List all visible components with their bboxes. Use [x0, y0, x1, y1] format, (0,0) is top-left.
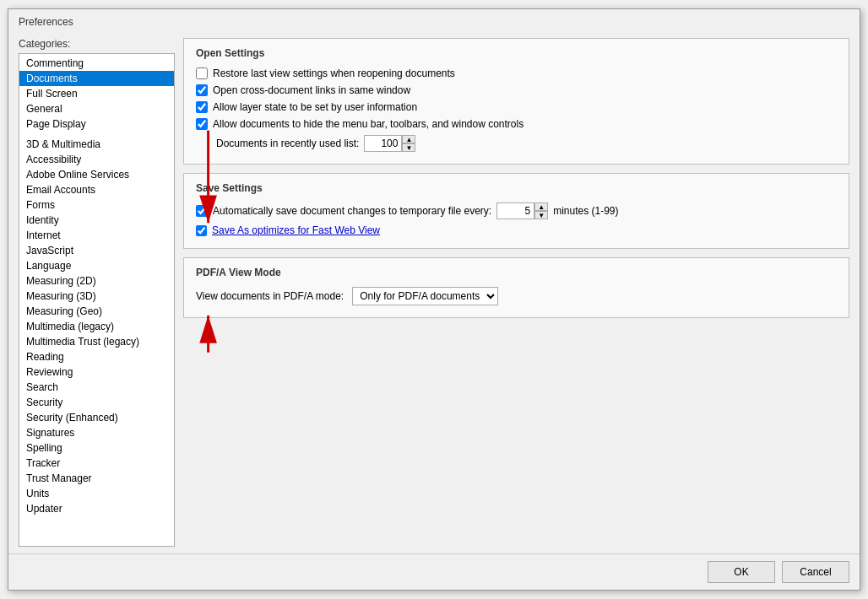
pdfa-select[interactable]: Only for PDF/A documents Always Never	[352, 287, 498, 305]
pdfa-label: View documents in PDF/A mode:	[196, 290, 344, 302]
category-item-language[interactable]: Language	[19, 258, 174, 273]
category-item-units[interactable]: Units	[19, 486, 174, 501]
save-as-checkbox[interactable]	[196, 225, 207, 236]
category-item-javascript[interactable]: JavaScript	[19, 243, 174, 258]
title-bar: Preferences	[8, 9, 860, 31]
allow-hide-menu-row: Allow documents to hide the menu bar, to…	[196, 118, 837, 130]
allow-layer-state-label: Allow layer state to be set by user info…	[213, 101, 417, 113]
allow-layer-state-checkbox[interactable]	[196, 101, 208, 113]
open-settings-title: Open Settings	[196, 47, 837, 59]
category-item-general[interactable]: General	[19, 101, 174, 116]
category-item-updater[interactable]: Updater	[19, 501, 174, 516]
right-panel-container: Open Settings Restore last view settings…	[183, 38, 849, 547]
spinner-buttons: ▲ ▼	[402, 135, 415, 152]
open-cross-doc-checkbox[interactable]	[196, 84, 208, 96]
allow-layer-state-row: Allow layer state to be set by user info…	[196, 101, 837, 113]
category-item-signatures[interactable]: Signatures	[19, 425, 174, 440]
category-item-internet[interactable]: Internet	[19, 228, 174, 243]
category-item-reviewing[interactable]: Reviewing	[19, 364, 174, 380]
category-item-email-accounts[interactable]: Email Accounts	[19, 182, 174, 197]
restore-last-view-label: Restore last view settings when reopenin…	[213, 67, 455, 79]
spinner-down-btn[interactable]: ▼	[402, 143, 415, 152]
category-item-measuring-3d[interactable]: Measuring (3D)	[19, 289, 174, 304]
category-list: CommentingDocumentsFull ScreenGeneralPag…	[19, 53, 175, 547]
spinner-up-btn[interactable]: ▲	[402, 135, 415, 143]
pdfa-title: PDF/A View Mode	[196, 267, 837, 278]
category-item-forms[interactable]: Forms	[19, 197, 174, 213]
category-item-multimedia-legacy[interactable]: Multimedia (legacy)	[19, 319, 174, 334]
auto-save-down-btn[interactable]: ▼	[534, 211, 548, 219]
recently-used-spinner: ▲ ▼	[364, 135, 415, 152]
dialog-title: Preferences	[19, 16, 73, 28]
auto-save-spinner: ▲ ▼	[496, 202, 548, 219]
category-item-multimedia-trust[interactable]: Multimedia Trust (legacy)	[19, 334, 174, 349]
category-item-reading[interactable]: Reading	[19, 349, 174, 364]
allow-hide-menu-checkbox[interactable]	[196, 118, 208, 130]
cancel-button[interactable]: Cancel	[782, 561, 849, 583]
pdfa-section: PDF/A View Mode View documents in PDF/A …	[183, 257, 849, 318]
open-cross-doc-label: Open cross-document links in same window	[213, 84, 410, 96]
preferences-dialog: Preferences Categories: CommentingDocume…	[8, 8, 860, 591]
dialog-footer: OK Cancel	[8, 553, 860, 590]
recently-used-input[interactable]	[364, 135, 402, 152]
minutes-label: minutes (1-99)	[553, 205, 618, 217]
auto-save-checkbox[interactable]	[196, 205, 208, 217]
dialog-body: Categories: CommentingDocumentsFull Scre…	[8, 31, 860, 553]
category-item-accessibility[interactable]: Accessibility	[19, 152, 174, 167]
category-item-tracker[interactable]: Tracker	[19, 456, 174, 471]
auto-save-spinner-buttons: ▲ ▼	[534, 202, 548, 219]
category-item-spelling[interactable]: Spelling	[19, 440, 174, 456]
restore-last-view-checkbox[interactable]	[196, 67, 208, 79]
save-as-label[interactable]: Save As optimizes for Fast Web View	[212, 224, 380, 236]
category-item-security-enhanced[interactable]: Security (Enhanced)	[19, 410, 174, 425]
open-cross-doc-row: Open cross-document links in same window	[196, 84, 837, 96]
auto-save-input[interactable]	[496, 202, 534, 219]
auto-save-up-btn[interactable]: ▲	[534, 202, 548, 211]
pdfa-row: View documents in PDF/A mode: Only for P…	[196, 287, 837, 305]
categories-label: Categories:	[19, 38, 175, 50]
allow-hide-menu-label: Allow documents to hide the menu bar, to…	[213, 118, 524, 130]
category-item-measuring-2d[interactable]: Measuring (2D)	[19, 273, 174, 289]
category-item-security[interactable]: Security	[19, 395, 174, 410]
category-item-adobe-online[interactable]: Adobe Online Services	[19, 167, 174, 182]
recently-used-row: Documents in recently used list: ▲ ▼	[216, 135, 837, 152]
save-settings-section: Save Settings Automatically save documen…	[183, 173, 849, 249]
open-settings-section: Open Settings Restore last view settings…	[183, 38, 849, 165]
save-settings-title: Save Settings	[196, 182, 837, 194]
category-item-measuring-geo[interactable]: Measuring (Geo)	[19, 304, 174, 319]
category-item-documents[interactable]: Documents	[19, 71, 174, 86]
auto-save-label: Automatically save document changes to t…	[213, 205, 491, 217]
category-item-3d-multimedia[interactable]: 3D & Multimedia	[19, 137, 174, 152]
save-as-row: Save As optimizes for Fast Web View	[196, 224, 837, 236]
category-item-page-display[interactable]: Page Display	[19, 116, 174, 132]
category-item-identity[interactable]: Identity	[19, 213, 174, 228]
recently-used-label: Documents in recently used list:	[216, 138, 359, 149]
category-item-trust-manager[interactable]: Trust Manager	[19, 471, 174, 486]
right-panel: Open Settings Restore last view settings…	[183, 38, 849, 547]
restore-last-view-row: Restore last view settings when reopenin…	[196, 67, 837, 79]
category-item-search[interactable]: Search	[19, 380, 174, 395]
left-panel: Categories: CommentingDocumentsFull Scre…	[19, 38, 175, 547]
category-item-commenting[interactable]: Commenting	[19, 56, 174, 71]
ok-button[interactable]: OK	[708, 561, 775, 583]
auto-save-row: Automatically save document changes to t…	[196, 202, 837, 219]
category-item-full-screen[interactable]: Full Screen	[19, 86, 174, 101]
